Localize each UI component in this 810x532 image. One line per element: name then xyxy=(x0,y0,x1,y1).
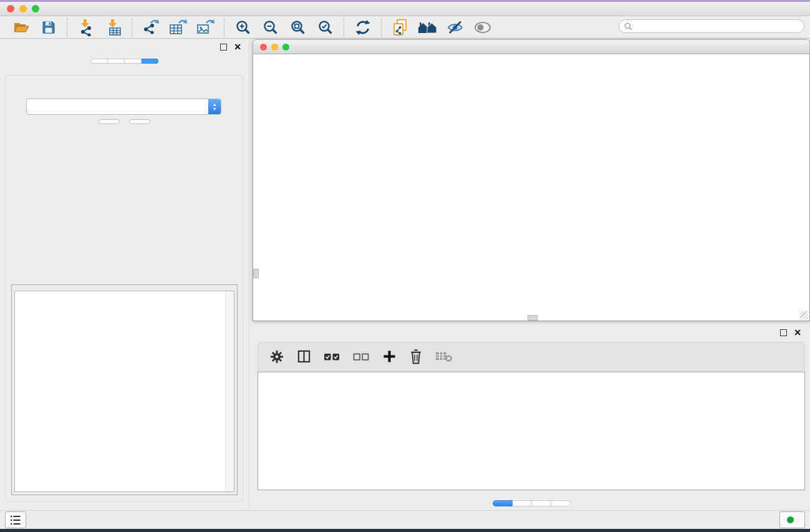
traffic-lights xyxy=(7,5,39,12)
memory-status-dot xyxy=(787,516,794,523)
delete-table-icon[interactable] xyxy=(434,347,454,366)
mcds-result-list[interactable] xyxy=(14,291,234,492)
close-traffic-light[interactable] xyxy=(7,5,14,12)
export-image-icon[interactable] xyxy=(195,17,216,37)
network-canvas[interactable] xyxy=(253,54,810,321)
zoom-out-icon[interactable] xyxy=(260,17,281,37)
toolbar-separator xyxy=(344,18,345,37)
zoom-fit-icon[interactable] xyxy=(287,17,309,37)
split-view-columns-icon[interactable] xyxy=(295,347,312,366)
neighbors-houses-icon[interactable] xyxy=(417,17,438,37)
zoom-selected-icon[interactable] xyxy=(315,17,336,37)
float-panel-icon[interactable] xyxy=(220,44,227,51)
control-panel-tabs xyxy=(0,59,249,64)
open-session-folder-icon[interactable] xyxy=(11,17,32,37)
function-builder-icon[interactable] xyxy=(463,347,491,366)
table-settings-gear-icon[interactable] xyxy=(268,347,286,366)
tab-network-table[interactable] xyxy=(532,500,551,506)
toolbar-separator xyxy=(381,18,382,37)
mcds-panel-body: ▲▼ xyxy=(5,75,243,502)
table-panel-tabs xyxy=(253,500,810,506)
add-column-plus-icon[interactable] xyxy=(380,347,398,366)
optimization-criterion-select[interactable]: ▲▼ xyxy=(26,99,221,115)
toolbar-separator xyxy=(224,18,225,37)
minimize-traffic-light[interactable] xyxy=(19,5,27,12)
main-toolbar xyxy=(0,16,810,39)
unselect-all-columns-icon[interactable] xyxy=(351,347,371,366)
hide-graphics-details-icon[interactable] xyxy=(445,17,466,37)
network-window-titlebar[interactable] xyxy=(253,39,810,54)
refresh-icon[interactable] xyxy=(352,17,374,37)
show-graphics-details-eye-icon[interactable] xyxy=(472,17,493,37)
network-view-window xyxy=(253,39,810,321)
network-close-traffic-light[interactable] xyxy=(260,44,267,51)
close-table-panel-icon[interactable]: ✕ xyxy=(794,328,801,337)
tab-motifs[interactable] xyxy=(551,500,571,506)
node-table[interactable] xyxy=(258,372,805,490)
tab-mcds[interactable] xyxy=(142,59,158,64)
select-stepper-icon: ▲▼ xyxy=(208,99,221,114)
new-network-from-selection-icon[interactable] xyxy=(390,17,411,37)
zoom-traffic-light[interactable] xyxy=(32,5,39,12)
select-all-columns-icon[interactable] xyxy=(322,347,342,366)
result-list-scrollbar[interactable] xyxy=(225,291,234,491)
tab-node-table[interactable] xyxy=(493,500,513,506)
close-panel-button[interactable] xyxy=(129,119,150,124)
task-history-button[interactable] xyxy=(5,511,26,528)
delete-column-trash-icon[interactable] xyxy=(407,347,425,366)
export-table-icon[interactable] xyxy=(168,17,189,37)
import-network-icon[interactable] xyxy=(75,17,97,37)
status-bar xyxy=(0,510,810,529)
memory-button[interactable] xyxy=(779,511,805,528)
tab-network[interactable] xyxy=(90,59,108,64)
search-icon xyxy=(624,22,632,31)
toolbar-separator xyxy=(67,18,68,37)
task-list-icon xyxy=(9,514,22,526)
table-toolbar xyxy=(258,342,805,371)
window-resize-grip[interactable] xyxy=(800,311,809,320)
tab-select[interactable] xyxy=(125,59,142,64)
export-network-icon[interactable] xyxy=(140,17,162,37)
desktop-edge-bottom xyxy=(0,529,810,532)
control-panel: ✕ ▲▼ xyxy=(0,39,249,510)
close-panel-icon[interactable]: ✕ xyxy=(234,42,241,51)
run-mcds-button[interactable] xyxy=(99,119,120,124)
tab-edge-table[interactable] xyxy=(513,500,532,506)
network-minimize-traffic-light[interactable] xyxy=(271,44,278,51)
toolbar-separator xyxy=(132,18,133,37)
search-field[interactable] xyxy=(619,19,804,33)
canvas-horizontal-scroll-thumb[interactable] xyxy=(528,315,538,321)
network-graph[interactable] xyxy=(253,54,809,320)
import-table-icon[interactable] xyxy=(103,17,124,37)
zoom-in-icon[interactable] xyxy=(233,17,254,37)
canvas-vertical-scroll-thumb[interactable] xyxy=(253,269,259,278)
tab-style[interactable] xyxy=(108,59,125,64)
save-session-floppy-icon[interactable] xyxy=(38,17,59,37)
main-titlebar xyxy=(0,2,810,16)
float-table-panel-icon[interactable] xyxy=(780,329,787,336)
mcds-result-box xyxy=(11,284,238,495)
network-zoom-traffic-light[interactable] xyxy=(282,44,289,51)
table-panel: ✕ xyxy=(253,324,810,509)
search-input[interactable] xyxy=(635,21,804,31)
application-window: ✕ ▲▼ xyxy=(0,0,810,532)
